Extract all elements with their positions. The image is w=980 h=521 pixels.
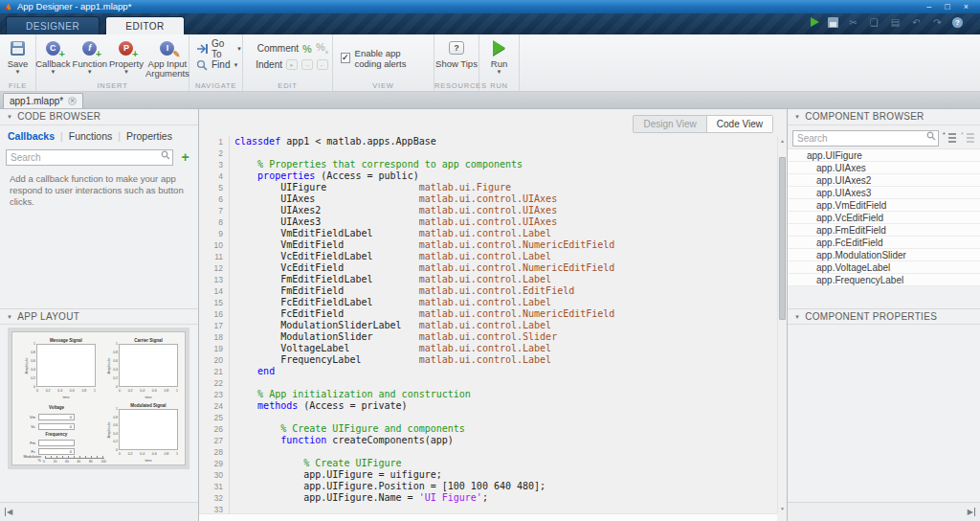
editor-vertical-scrollbar[interactable]: ▲ ▼ xyxy=(777,136,787,513)
tab-designer[interactable]: DESIGNER xyxy=(6,16,100,34)
component-tree-item[interactable]: app.VcEditField xyxy=(788,212,980,224)
run-icon[interactable] xyxy=(811,17,819,27)
code-line[interactable]: 16 FcEditField matlab.ui.control.Numeric… xyxy=(199,308,777,320)
component-tree-item[interactable]: app.UIFigure xyxy=(788,149,980,162)
view-tree-icon[interactable]: * xyxy=(943,131,957,144)
component-tree-item[interactable]: app.VoltageLabel xyxy=(788,261,980,274)
code-line[interactable]: 30 app.UIFigure = uifigure; xyxy=(199,469,777,481)
tab-properties[interactable]: Properties xyxy=(126,130,172,142)
code-line[interactable]: 21 end xyxy=(199,366,777,377)
paste-icon[interactable]: ▤ xyxy=(889,16,902,28)
component-browser-header[interactable]: ▼ COMPONENT BROWSER xyxy=(788,109,980,125)
function-button[interactable]: f+ Function ▼ xyxy=(73,38,107,79)
redo-icon[interactable]: ↷ xyxy=(931,16,944,28)
line-number: 23 xyxy=(199,389,230,400)
code-line[interactable]: 18 ModulationSlider matlab.ui.control.Sl… xyxy=(199,331,777,343)
save-icon[interactable] xyxy=(828,17,838,28)
code-line[interactable]: 10 VmEditField matlab.ui.control.Numeric… xyxy=(199,239,777,251)
code-line[interactable]: 29 % Create UIFigure xyxy=(199,458,777,469)
comment-icon[interactable]: % xyxy=(302,43,312,55)
callback-search-input[interactable] xyxy=(6,149,173,166)
run-button[interactable]: Run ▼ xyxy=(482,38,517,75)
maximize-icon[interactable]: □ xyxy=(945,0,949,13)
component-tree-item[interactable]: app.FrequencyLabel xyxy=(788,274,980,286)
code-line[interactable]: 2 xyxy=(199,147,777,159)
code-line[interactable]: 14 FmEditField matlab.ui.control.EditFie… xyxy=(199,285,777,297)
code-line[interactable]: 1classdef app1 < matlab.apps.AppBase xyxy=(199,136,777,147)
show-tips-button[interactable]: ? Show Tips xyxy=(435,38,478,69)
tab-callbacks[interactable]: Callbacks xyxy=(8,130,55,142)
code-line[interactable]: 19 VoltageLabel matlab.ui.control.Label xyxy=(199,343,777,354)
undo-icon[interactable]: ↶ xyxy=(910,16,923,28)
add-callback-button[interactable]: + xyxy=(178,151,192,163)
code-view-button[interactable]: Code View xyxy=(706,116,772,132)
code-line[interactable]: 26 % Create UIFigure and components xyxy=(199,423,777,435)
scrollbar-thumb[interactable] xyxy=(779,157,786,320)
code-line[interactable]: 24 methods (Access = private) xyxy=(199,400,777,412)
find-button[interactable]: Find ▼ xyxy=(196,57,242,72)
code-line[interactable]: 8 UIAxes3 matlab.ui.control.UIAxes xyxy=(199,216,777,228)
collapse-left-panel-icon[interactable]: ◀ xyxy=(5,508,12,516)
help-icon[interactable]: ? xyxy=(952,17,963,28)
cut-icon[interactable]: ✂ xyxy=(847,16,859,28)
property-button[interactable]: P+ Property ▼ xyxy=(109,38,144,79)
code-line[interactable]: 13 FmEditFieldLabel matlab.ui.control.La… xyxy=(199,274,777,285)
uncomment-icon[interactable]: %x xyxy=(316,41,328,55)
code-line[interactable]: 27 function createComponents(app) xyxy=(199,435,777,446)
close-tab-icon[interactable]: × xyxy=(68,97,77,105)
code-browser-header[interactable]: ▼ CODE BROWSER xyxy=(0,109,198,125)
code-line[interactable]: 31 app.UIFigure.Position = [100 100 640 … xyxy=(199,481,777,492)
save-button[interactable]: Save ▼ xyxy=(0,38,35,75)
collapse-right-panel-icon[interactable]: ▶ xyxy=(968,508,975,516)
app-input-arguments-button[interactable]: I✎ App Input Arguments xyxy=(145,38,189,79)
component-tree-item[interactable]: app.FcEditField xyxy=(788,237,980,249)
code-line[interactable]: 17 ModulationSliderLabel matlab.ui.contr… xyxy=(199,320,777,331)
code-line[interactable]: 5 UIFigure matlab.ui.Figure xyxy=(199,182,777,193)
component-search-input[interactable] xyxy=(792,130,939,147)
app-layout-thumbnail[interactable]: Message SignalAmplitude10.80.60.40.2000.… xyxy=(8,328,189,469)
component-properties-header[interactable]: ▼ COMPONENT PROPERTIES xyxy=(788,308,980,325)
code-line[interactable]: 20 FrequencyLabel matlab.ui.control.Labe… xyxy=(199,354,777,366)
code-line[interactable]: 33 xyxy=(199,504,777,513)
line-number: 25 xyxy=(199,412,230,423)
component-tree-item[interactable]: app.FmEditField xyxy=(788,224,980,237)
code-line[interactable]: 28 xyxy=(199,446,777,458)
code-line[interactable]: 7 UIAxes2 matlab.ui.control.UIAxes xyxy=(199,205,777,216)
scroll-down-icon[interactable]: ▼ xyxy=(778,506,787,511)
code-line[interactable]: 32 app.UIFigure.Name = 'UI Figure'; xyxy=(199,492,777,504)
code-line[interactable]: 15 FcEditFieldLabel matlab.ui.control.La… xyxy=(199,297,777,308)
view-list-icon[interactable]: * xyxy=(961,131,975,144)
document-tab-app1[interactable]: app1.mlapp* × xyxy=(3,93,83,108)
code-line[interactable]: 22 xyxy=(199,377,777,389)
tab-functions[interactable]: Functions xyxy=(69,130,113,142)
indent-left-icon[interactable]: ← xyxy=(317,59,328,70)
design-view-button[interactable]: Design View xyxy=(634,116,705,132)
editor-horizontal-scrollbar[interactable] xyxy=(199,513,777,521)
smart-indent-icon[interactable]: ▸ xyxy=(286,59,298,70)
code-line[interactable]: 9 VmEditFieldLabel matlab.ui.control.Lab… xyxy=(199,228,777,239)
app-layout-header[interactable]: ▼ APP LAYOUT xyxy=(0,308,198,325)
code-line[interactable]: 3 % Properties that correspond to app co… xyxy=(199,159,777,170)
code-line[interactable]: 12 VcEditField matlab.ui.control.Numeric… xyxy=(199,262,777,274)
callback-button[interactable]: C+ Callback ▼ xyxy=(35,38,70,79)
go-to-button[interactable]: Go To ▼ xyxy=(196,41,242,56)
close-icon[interactable]: × xyxy=(964,0,969,13)
tab-editor[interactable]: EDITOR xyxy=(105,16,185,34)
code-line[interactable]: 6 UIAxes matlab.ui.control.UIAxes xyxy=(199,193,777,205)
component-tree-item[interactable]: app.ModulationSlider xyxy=(788,249,980,261)
code-line[interactable]: 4 properties (Access = public) xyxy=(199,170,777,182)
component-tree-item[interactable]: app.UIAxes3 xyxy=(788,187,980,199)
code-line[interactable]: 25 xyxy=(199,412,777,423)
scroll-up-icon[interactable]: ▲ xyxy=(778,138,787,144)
component-tree-item[interactable]: app.UIAxes2 xyxy=(788,174,980,187)
minimize-icon[interactable]: – xyxy=(926,0,931,13)
indent-right-icon[interactable]: → xyxy=(301,59,313,70)
code-line[interactable]: 23 % App initialization and construction xyxy=(199,389,777,400)
mini-mp-xlabel: time xyxy=(119,459,178,463)
code-line[interactable]: 11 VcEditFieldLabel matlab.ui.control.La… xyxy=(199,251,777,262)
enable-alerts-checkbox[interactable]: ✓ xyxy=(341,53,350,63)
component-tree-item[interactable]: app.UIAxes xyxy=(788,162,980,174)
copy-icon[interactable]: ❑ xyxy=(868,16,880,28)
code-area[interactable]: 1classdef app1 < matlab.apps.AppBase23 %… xyxy=(199,136,777,513)
component-tree-item[interactable]: app.VmEditField xyxy=(788,199,980,212)
